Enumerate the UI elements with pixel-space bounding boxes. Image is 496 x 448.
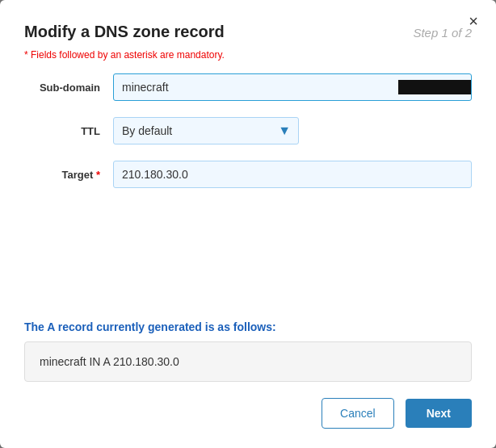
modal-dialog: × Modify a DNS zone record Step 1 of 2 *… <box>0 0 496 448</box>
generated-record-title: The A record currently generated is as f… <box>24 320 472 333</box>
modal-body: Sub-domain TTL By default 3600 7200 8640… <box>0 73 496 304</box>
modal-header: Modify a DNS zone record Step 1 of 2 <box>0 0 496 49</box>
next-button[interactable]: Next <box>406 399 472 428</box>
target-required-star: * <box>96 169 100 181</box>
mandatory-note: * Fields followed by an asterisk are man… <box>0 49 496 73</box>
generated-record-value: minecraft IN A 210.180.30.0 <box>40 355 179 368</box>
domain-suffix-redacted <box>398 80 471 94</box>
subdomain-label: Sub-domain <box>24 82 113 94</box>
target-row: Target * <box>24 161 472 188</box>
modal-overlay: × Modify a DNS zone record Step 1 of 2 *… <box>0 0 496 448</box>
generated-record-section: The A record currently generated is as f… <box>0 320 496 382</box>
modal-footer: Cancel Next <box>0 382 496 448</box>
mandatory-star: * <box>24 49 31 61</box>
ttl-row: TTL By default 3600 7200 86400 ▼ <box>24 117 472 144</box>
subdomain-input[interactable] <box>114 74 398 100</box>
subdomain-input-wrapper[interactable] <box>113 73 472 101</box>
subdomain-row: Sub-domain <box>24 73 472 101</box>
cancel-button[interactable]: Cancel <box>322 398 394 429</box>
modal-title: Modify a DNS zone record <box>24 23 225 41</box>
target-input[interactable] <box>113 161 472 188</box>
modal-step: Step 1 of 2 <box>413 26 472 40</box>
generated-record-box: minecraft IN A 210.180.30.0 <box>24 341 472 382</box>
target-label: Target * <box>24 169 113 181</box>
mandatory-note-text: Fields followed by an asterisk are manda… <box>31 49 225 61</box>
ttl-select[interactable]: By default 3600 7200 86400 <box>113 117 299 144</box>
close-button[interactable]: × <box>464 11 483 31</box>
ttl-select-wrapper: By default 3600 7200 86400 ▼ <box>113 117 299 144</box>
ttl-label: TTL <box>24 125 113 137</box>
